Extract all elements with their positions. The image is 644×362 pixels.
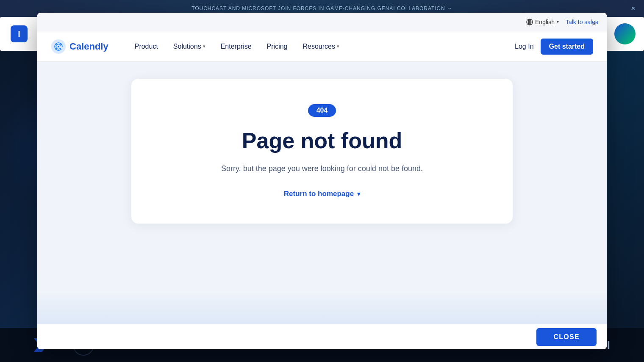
login-link[interactable]: Log In xyxy=(515,43,533,50)
nav-links: Product Solutions ▾ Enterprise Pricing R… xyxy=(129,39,515,54)
get-started-button[interactable]: Get started xyxy=(541,39,593,55)
main-content: 404 Page not found Sorry, but the page y… xyxy=(37,62,607,290)
announcement-text: TOUCHCAST AND MICROSOFT JOIN FORCES IN G… xyxy=(192,6,452,11)
return-chevron-icon: ▾ xyxy=(357,191,360,197)
modal-container: × English ▾ Talk to sales Calendly xyxy=(37,13,607,349)
navbar: Calendly Product Solutions ▾ Enterprise … xyxy=(37,31,607,62)
bg-partial-left: I xyxy=(0,17,38,51)
language-chevron: ▾ xyxy=(557,19,559,24)
svg-point-5 xyxy=(58,46,59,47)
return-link-text: Return to homepage xyxy=(284,190,354,198)
language-label: English xyxy=(535,19,555,25)
error-card: 404 Page not found Sorry, but the page y… xyxy=(131,79,513,224)
bg-partial-right xyxy=(606,17,644,51)
nav-item-pricing[interactable]: Pricing xyxy=(261,39,294,54)
return-to-homepage-link[interactable]: Return to homepage ▾ xyxy=(284,190,360,198)
logo-text: Calendly xyxy=(69,41,108,52)
modal-bottom-bar: CLOSE xyxy=(37,324,607,349)
nav-enterprise-label: Enterprise xyxy=(221,43,252,50)
nav-item-resources[interactable]: Resources ▾ xyxy=(297,39,345,54)
error-description: Sorry, but the page you were looking for… xyxy=(221,163,423,174)
resources-chevron-icon: ▾ xyxy=(337,44,339,49)
calendly-logo-icon xyxy=(51,39,66,54)
language-selector[interactable]: English ▾ xyxy=(526,19,559,25)
nav-actions: Log In Get started xyxy=(515,39,593,55)
bottom-deco xyxy=(37,290,607,324)
announcement-close-icon[interactable]: × xyxy=(631,4,636,13)
globe-icon xyxy=(526,19,533,25)
nav-pricing-label: Pricing xyxy=(267,43,288,50)
close-button[interactable]: CLOSE xyxy=(536,328,597,346)
inner-top-bar: English ▾ Talk to sales xyxy=(37,13,607,31)
nav-resources-label: Resources xyxy=(303,43,335,50)
error-title: Page not found xyxy=(242,129,402,153)
nav-product-label: Product xyxy=(135,43,158,50)
nav-item-enterprise[interactable]: Enterprise xyxy=(215,39,258,54)
modal-close-x-button[interactable]: × xyxy=(588,18,600,30)
error-badge: 404 xyxy=(308,104,336,117)
nav-item-product[interactable]: Product xyxy=(129,39,164,54)
solutions-chevron-icon: ▾ xyxy=(203,44,205,49)
logo-link[interactable]: Calendly xyxy=(51,39,108,54)
nav-solutions-label: Solutions xyxy=(173,43,201,50)
nav-item-solutions[interactable]: Solutions ▾ xyxy=(167,39,211,54)
